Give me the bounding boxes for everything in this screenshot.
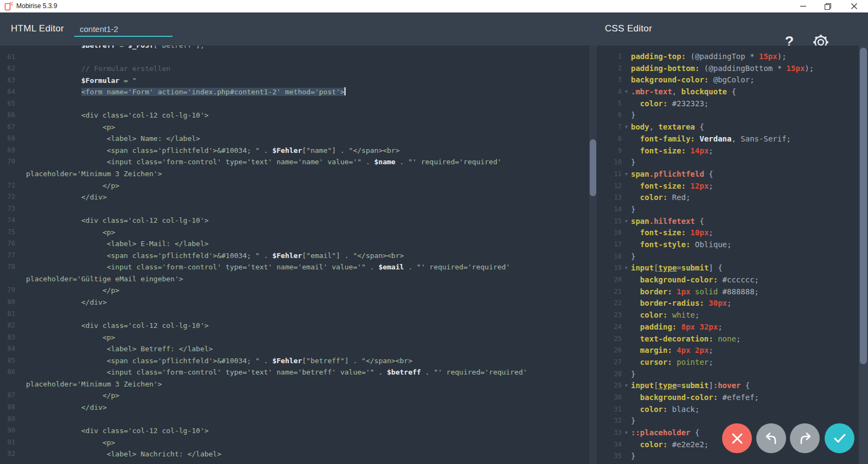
code-line[interactable]: 87 </p> xyxy=(0,390,589,402)
css-editor-scrollbar-track[interactable] xyxy=(859,46,868,464)
code-line[interactable]: 30 background-color: #efefef; xyxy=(597,392,859,404)
code-line[interactable]: 24 padding: 8px 32px; xyxy=(597,321,859,333)
code-line[interactable]: 29▼input[type=submit]:hover { xyxy=(597,380,859,392)
line-number: 25 xyxy=(597,333,622,345)
code-line[interactable]: 20 background-color: #cccccc; xyxy=(597,274,859,286)
code-line[interactable]: 71 </p> xyxy=(0,180,589,192)
code-line[interactable]: 35} xyxy=(597,450,859,462)
fold-arrow-icon[interactable]: ▼ xyxy=(622,121,631,133)
fold-arrow-icon[interactable]: ▼ xyxy=(622,216,631,228)
code-line[interactable]: 32} xyxy=(597,415,859,427)
code-text: color: #e2e2e2; xyxy=(631,439,709,451)
code-line[interactable]: 62 // Formular erstellen xyxy=(0,63,589,75)
css-code-editor[interactable]: 1padding-top: (@paddingTop * 15px);2padd… xyxy=(597,46,859,464)
code-line[interactable]: 68 <label> Name: </label> xyxy=(0,133,589,145)
code-line[interactable]: 16 font-size: 10px; xyxy=(597,227,859,239)
code-line[interactable]: 3background-color: @bgColor; xyxy=(597,74,859,86)
code-line[interactable]: 4▼.mbr-text, blockquote { xyxy=(597,86,859,98)
code-line[interactable]: 89 xyxy=(0,414,589,426)
apply-button[interactable] xyxy=(825,423,854,453)
code-line[interactable]: 11▼span.pflichtfeld { xyxy=(597,169,859,181)
code-line[interactable]: 22 border-radius: 30px; xyxy=(597,298,859,310)
code-line[interactable]: 25 text-decoration: none; xyxy=(597,333,859,345)
fold-arrow-icon[interactable]: ▼ xyxy=(622,86,631,98)
code-line[interactable]: 27 cursor: pointer; xyxy=(597,357,859,369)
line-number: 75 xyxy=(0,227,15,239)
code-line[interactable]: 31 color: black; xyxy=(597,404,859,416)
minimize-button[interactable] xyxy=(794,0,812,12)
code-line[interactable]: 9 font-size: 14px; xyxy=(597,145,859,157)
code-line[interactable]: 14} xyxy=(597,204,859,216)
code-line[interactable]: 1padding-top: (@paddingTop * 15px); xyxy=(597,51,859,63)
code-line[interactable]: placeholder='Minimum 3 Zeichen'> xyxy=(0,168,589,180)
code-line[interactable]: 2padding-bottom: (@paddingBottom * 15px)… xyxy=(597,63,859,75)
fold-arrow-icon[interactable]: ▼ xyxy=(622,262,631,274)
code-line[interactable]: 82 <div class='col-12 col-lg-10'> xyxy=(0,320,589,332)
code-line[interactable]: 86 <input class='form-control' type='tex… xyxy=(0,366,589,378)
code-line[interactable]: 8 font-family: Verdana, Sans-Serif; xyxy=(597,133,859,145)
code-line[interactable]: 79 </p> xyxy=(0,285,589,297)
fold-arrow-icon[interactable]: ▼ xyxy=(622,380,631,392)
code-line[interactable]: placeholder='Gültige eMail eingeben'> xyxy=(0,273,589,285)
code-line[interactable]: 63 $Formular = " xyxy=(0,75,589,87)
code-line[interactable]: 84 <label> Betreff: </label> xyxy=(0,343,589,355)
code-line[interactable]: 61 xyxy=(0,51,589,63)
code-line[interactable]: 23 color: white; xyxy=(597,310,859,321)
code-line[interactable]: placeholder='Minimum 3 Zeichen'> xyxy=(0,378,589,390)
redo-button[interactable] xyxy=(790,423,820,453)
code-line[interactable]: 65 xyxy=(0,98,589,110)
code-line[interactable]: 64 <form name='Form' action='index.php#c… xyxy=(0,86,589,98)
code-line[interactable]: 80 </div> xyxy=(0,297,589,308)
code-line[interactable]: 74 <div class='col-12 col-lg-10'> xyxy=(0,215,589,227)
code-line[interactable]: 7▼body, textarea { xyxy=(597,121,859,133)
code-line[interactable]: 78 <input class='form-control' type='tex… xyxy=(0,261,589,273)
code-line[interactable]: 83 <p> xyxy=(0,332,589,344)
restore-button[interactable] xyxy=(819,0,837,12)
html-editor-scrollbar-thumb[interactable] xyxy=(590,139,596,196)
code-line[interactable]: 92 <label> Nachricht: </label> xyxy=(0,448,589,460)
code-line[interactable]: 81 xyxy=(0,308,589,320)
fold-arrow-icon[interactable]: ▼ xyxy=(622,427,631,439)
code-line[interactable]: 28} xyxy=(597,369,859,381)
css-editor-scrollbar-thumb[interactable] xyxy=(860,48,867,364)
line-number: 21 xyxy=(597,286,622,298)
code-line[interactable]: 18} xyxy=(597,251,859,263)
close-window-button[interactable] xyxy=(845,0,863,12)
fold-gutter xyxy=(622,321,631,333)
undo-button[interactable] xyxy=(756,423,786,453)
code-line[interactable]: 91 <p> xyxy=(0,437,589,449)
code-line[interactable]: 5 color: #232323; xyxy=(597,98,859,110)
code-line[interactable]: 67 <p> xyxy=(0,121,589,133)
html-editor-scrollbar-track[interactable] xyxy=(589,46,597,464)
line-number: 68 xyxy=(0,133,15,145)
code-line[interactable]: 69 <span class='pflichtfeld'>&#10034; " … xyxy=(0,145,589,157)
code-line[interactable]: 73 xyxy=(0,203,589,215)
code-line[interactable]: 70 <input class='form-control' type='tex… xyxy=(0,156,589,168)
close-icon xyxy=(851,3,857,9)
code-line[interactable]: 21 border: 1px solid #888888; xyxy=(597,286,859,298)
line-number: 62 xyxy=(0,63,15,75)
code-line[interactable]: 19▼input[type=submit] { xyxy=(597,262,859,274)
code-line[interactable]: 76 <label> E-Mail: </label> xyxy=(0,238,589,250)
code-line[interactable]: 85 <span class='pflichtfeld'>&#10034; " … xyxy=(0,355,589,367)
code-line[interactable]: 13 color: Red; xyxy=(597,192,859,204)
code-line[interactable]: 6} xyxy=(597,109,859,121)
html-code-editor[interactable]: $Betreff = $_POST["betreff"];6162 // For… xyxy=(0,46,589,464)
fold-arrow-icon[interactable]: ▼ xyxy=(622,169,631,181)
tab-content1-2[interactable]: content1-2 xyxy=(74,12,173,37)
code-line[interactable]: 77 <span class='pflichtfeld'>&#10034; " … xyxy=(0,250,589,262)
code-line[interactable]: 10} xyxy=(597,157,859,169)
code-line[interactable]: 15▼span.hilfetext { xyxy=(597,216,859,228)
code-line[interactable]: 90 <div class='col-12 col-lg-10'> xyxy=(0,425,589,437)
code-line[interactable]: 75 <p> xyxy=(0,227,589,239)
code-line[interactable]: 72 </div> xyxy=(0,191,589,203)
code-line[interactable]: 88 </div> xyxy=(0,402,589,414)
line-number: 87 xyxy=(0,390,15,402)
code-line[interactable]: 26 margin: 4px 2px; xyxy=(597,345,859,357)
cancel-button[interactable] xyxy=(722,423,752,453)
code-line[interactable]: 12 font-size: 12px; xyxy=(597,181,859,192)
line-number: 61 xyxy=(0,51,15,63)
code-line[interactable]: 66 <div class='col-12 col-lg-10'> xyxy=(0,109,589,121)
code-line[interactable]: 17 font-style: Oblique; xyxy=(597,239,859,251)
code-line[interactable]: $Betreff = $_POST["betreff"]; xyxy=(0,46,589,51)
